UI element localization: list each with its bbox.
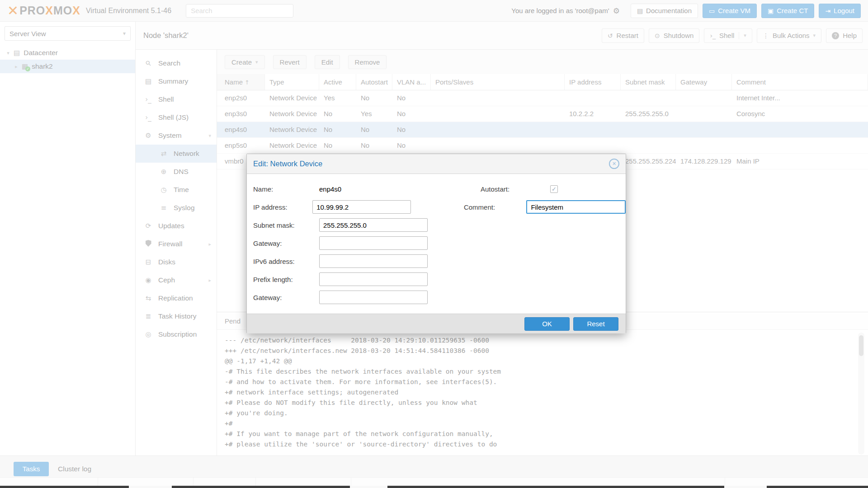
ok-button[interactable]: OK [524, 317, 570, 331]
gateway6-label: Gateway: [253, 294, 319, 301]
dialog-header[interactable]: Edit: Network Device ✕ [247, 154, 626, 174]
name-value: enp4s0 [319, 185, 428, 193]
ipv6-address-label: IPv6 address: [253, 258, 319, 265]
close-icon[interactable]: ✕ [609, 159, 619, 169]
gateway-label: Gateway: [253, 239, 319, 247]
gateway6-field[interactable] [319, 291, 428, 304]
edit-network-device-dialog: Edit: Network Device ✕ Name: enp4s0 Auto… [246, 154, 626, 333]
comment-field[interactable] [526, 200, 626, 214]
dialog-title: Edit: Network Device [253, 160, 322, 168]
edge-bar [172, 486, 350, 488]
ip-address-field[interactable] [312, 200, 411, 214]
reset-button[interactable]: Reset [573, 317, 618, 331]
gateway-field[interactable] [319, 236, 428, 250]
prefix-length-field[interactable] [319, 272, 428, 286]
dialog-body: Name: enp4s0 Autostart: ✓ IP address: Co… [247, 174, 626, 314]
name-label: Name: [253, 185, 319, 193]
edge-bar [767, 486, 868, 488]
edge-bar [0, 486, 129, 488]
edge-bar [387, 486, 724, 488]
ipv6-address-field[interactable] [319, 254, 428, 268]
autostart-checkbox[interactable]: ✓ [550, 185, 558, 193]
subnet-mask-label: Subnet mask: [253, 221, 319, 229]
prefix-length-label: Prefix length: [253, 276, 319, 283]
proxmox-app: ✕ PROXMOX Virtual Environment 5.1-46 You… [0, 0, 868, 488]
subnet-mask-field[interactable] [319, 218, 428, 232]
dialog-footer: OK Reset [247, 314, 626, 333]
autostart-label: Autostart: [481, 185, 550, 193]
bottom-edge-bars [0, 486, 868, 488]
ip-address-label: IP address: [253, 203, 312, 211]
comment-label: Comment: [464, 203, 526, 211]
